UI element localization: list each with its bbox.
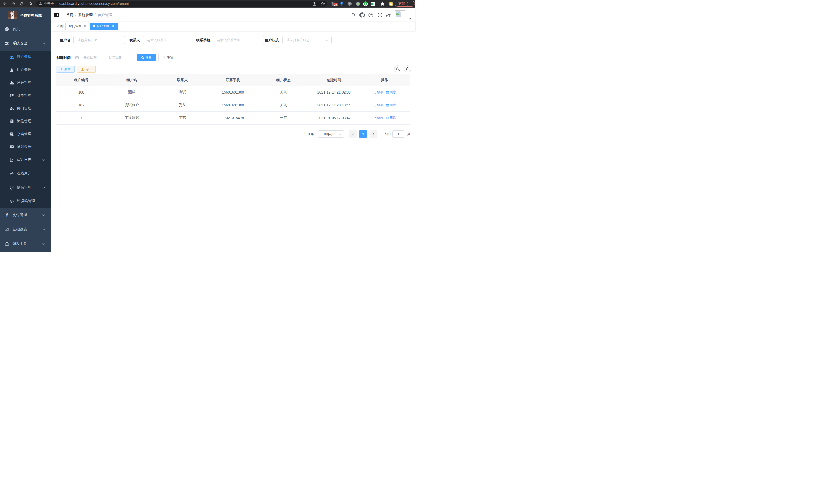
svg-text:⌘: ⌘ [348,3,350,5]
